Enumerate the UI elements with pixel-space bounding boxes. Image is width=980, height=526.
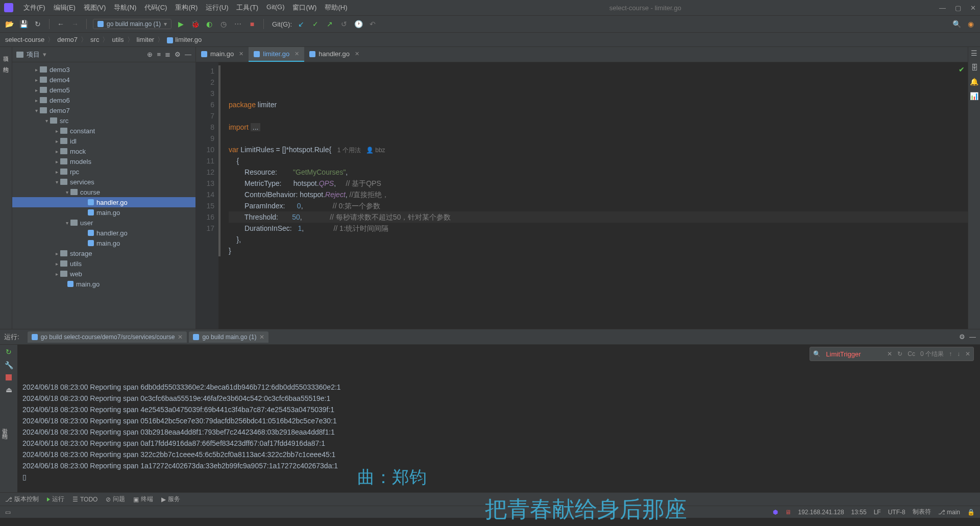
settings-icon[interactable]: ⚙ [175,51,181,58]
tree-folder[interactable]: ▸rpc [12,166,195,177]
editor-tab[interactable]: main.go✕ [196,47,249,62]
tree-folder[interactable]: ▾demo7 [12,105,195,115]
breadcrumb-item[interactable]: demo7 [56,36,79,43]
close-run-tab-icon[interactable]: ✕ [178,333,183,341]
open-icon[interactable]: 📂 [4,19,14,29]
menu-item[interactable]: 导航(N) [110,2,140,14]
menu-item[interactable]: 代码(C) [140,2,171,14]
run-hide-icon[interactable]: — [969,333,976,341]
tree-file[interactable]: handler.go [12,228,195,238]
menu-item[interactable]: 窗口(W) [288,2,321,14]
editor-tab[interactable]: limiter.go✕ [249,47,304,62]
database-icon[interactable]: 🗄 [971,63,978,71]
debug-icon[interactable]: 🐞 [190,19,200,29]
breadcrumb-item[interactable]: src [89,36,100,43]
menu-item[interactable]: 运行(U) [202,2,232,14]
close-icon[interactable]: ✕ [970,4,976,12]
tree-folder[interactable]: ▸demo6 [12,95,195,105]
menu-item[interactable]: 编辑(E) [50,2,80,14]
select-opened-icon[interactable]: ⊕ [147,51,153,58]
tree-folder[interactable]: ▸models [12,156,195,166]
tree-folder[interactable]: ▸demo5 [12,85,195,95]
more-run-icon[interactable]: ⋯ [233,19,243,29]
git-update-icon[interactable]: ↙ [296,19,306,29]
tree-folder[interactable]: ▸constant [12,126,195,136]
editor-body[interactable]: 12367891011121314151617 package limiteri… [196,62,968,329]
inspection-ok-icon[interactable]: ✔ [959,65,965,74]
run-icon[interactable]: ▶ [176,19,186,29]
status-ip[interactable]: 192.168.241.128 [798,509,844,516]
tree-file[interactable]: handler.go [12,197,195,207]
close-tab-icon[interactable]: ✕ [239,51,243,57]
rerun-icon[interactable]: ↻ [6,348,12,356]
status-icon[interactable]: ▭ [5,509,11,516]
services-tool[interactable]: ▶服务 [161,495,180,504]
git-history-icon[interactable]: ↺ [339,19,349,29]
breadcrumb-item[interactable]: limiter.go [166,36,203,43]
tree-folder[interactable]: ▸storage [12,248,195,258]
search-icon[interactable]: 🔍 [951,19,962,29]
run-tab[interactable]: go build select-course/demo7/src/service… [28,331,187,343]
tree-folder[interactable]: ▸web [12,269,195,279]
tree-file[interactable]: main.go [12,207,195,218]
coverage-icon[interactable]: ◐ [204,19,214,29]
tree-folder[interactable]: ▾course [12,187,195,197]
wrench-icon[interactable]: 🔧 [5,361,13,369]
breadcrumb-item[interactable]: utils [111,36,125,43]
ide-settings-icon[interactable]: ◉ [966,19,976,29]
status-branch[interactable]: ⎇ main [938,509,960,516]
exit-icon[interactable]: ⏏ [6,386,12,394]
close-search-icon[interactable]: ✕ [965,348,970,360]
status-encoding[interactable]: UTF-8 [888,509,905,516]
collapse-all-icon[interactable]: ≣ [165,51,170,58]
hide-icon[interactable]: — [185,51,191,58]
status-lf[interactable]: LF [874,509,881,516]
ssh-icon[interactable]: 🖥 [785,509,791,516]
menu-item[interactable]: 重构(R) [171,2,202,14]
run-tab[interactable]: go build main.go (1) ✕ [189,331,268,343]
console-search-input[interactable] [826,350,882,358]
stop-icon[interactable]: ■ [247,19,257,29]
tree-file[interactable]: main.go [12,238,195,248]
menu-item[interactable]: 文件(F) [19,2,50,14]
vcs-tool[interactable]: ⎇版本控制 [5,495,39,504]
console-output[interactable]: 🔍 ✕ ↻ Cc 0 个结果 ↑ ↓ ✕ 2024/06/18 08:23:00… [17,345,980,492]
menu-item[interactable]: 视图(V) [80,2,110,14]
prev-match-icon[interactable]: ↑ [949,348,952,360]
tree-file[interactable]: main.go [12,279,195,289]
terminal-tool[interactable]: ▣终端 [133,495,153,504]
tree-folder[interactable]: ▸demo3 [12,64,195,75]
minimize-icon[interactable]: — [939,4,946,12]
maximize-icon[interactable]: ▢ [955,4,961,12]
tree-folder[interactable]: ▾user [12,218,195,228]
match-case-icon[interactable]: Cc [908,348,915,360]
next-match-icon[interactable]: ↓ [957,348,960,360]
status-indent[interactable]: 制表符 [913,508,931,516]
run-settings-icon[interactable]: ⚙ [959,333,965,341]
problems-tool[interactable]: ⊘问题 [106,495,125,504]
deployment-icon[interactable]: ⬢ [773,509,778,516]
git-clock-icon[interactable]: 🕐 [353,19,363,29]
profile-icon[interactable]: ◷ [218,19,229,29]
close-run-tab-icon[interactable]: ✕ [259,333,264,341]
editor-tab[interactable]: handler.go✕ [304,47,364,62]
save-icon[interactable]: 💾 [18,19,29,29]
todo-tool[interactable]: ☰TODO [72,496,97,503]
git-push-icon[interactable]: ↗ [325,19,335,29]
project-tab[interactable]: 项目 [1,49,11,55]
code-area[interactable]: package limiterimport ...var LimitRules … [218,62,968,329]
git-commit-icon[interactable]: ✓ [310,19,321,29]
menu-item[interactable]: 工具(T) [232,2,262,14]
project-tree[interactable]: ▸demo3▸demo4▸demo5▸demo6▾demo7▾src▸const… [12,62,195,329]
breadcrumb-item[interactable]: limiter [136,36,156,43]
bell-icon[interactable]: 🔔 [970,78,978,86]
stop-process-icon[interactable] [6,374,12,380]
menu-item[interactable]: Git(G) [262,2,288,14]
forward-icon[interactable]: → [70,19,80,29]
run-config-dropdown[interactable]: go build main.go (1) ▾ [93,19,172,29]
status-lock-icon[interactable]: 🔒 [967,509,975,516]
clear-search-icon[interactable]: ✕ [887,348,892,360]
performance-icon[interactable]: 📊 [970,92,978,100]
menu-item[interactable]: 帮助(H) [321,2,351,14]
tree-folder[interactable]: ▸mock [12,146,195,156]
